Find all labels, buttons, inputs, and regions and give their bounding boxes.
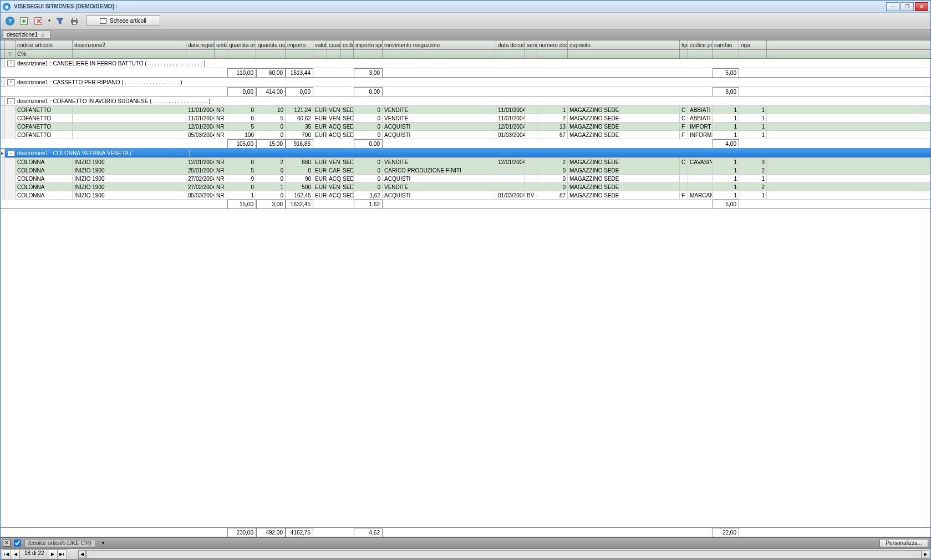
- cell-valut[interactable]: EUR: [313, 183, 327, 191]
- cell-deposito[interactable]: MAGAZZINO SEDE: [568, 191, 680, 200]
- cell-movimento_magazzino[interactable]: VENDITE: [383, 106, 496, 114]
- cell-importo[interactable]: 700: [286, 131, 313, 139]
- header-unita[interactable]: unità: [215, 40, 227, 49]
- cell-data_registra[interactable]: 05/03/2004: [186, 131, 215, 139]
- header-movimento_magazzino[interactable]: movimento magazzino: [383, 40, 496, 49]
- cell-movimento_magazzino[interactable]: CARICO PRODUZIONE FINITI: [383, 166, 496, 175]
- cell-quantita_usci[interactable]: 0: [256, 166, 286, 175]
- header-cambio[interactable]: cambio: [713, 40, 739, 49]
- cell-deposito[interactable]: MAGAZZINO SEDE: [568, 123, 680, 131]
- last-record-button[interactable]: ▶I: [58, 550, 67, 559]
- filter-tipo[interactable]: [680, 50, 688, 58]
- cell-codic[interactable]: SED: [341, 158, 354, 166]
- cell-riga[interactable]: 1: [739, 131, 767, 139]
- cell-codice_pro[interactable]: ABBIATI: [688, 114, 713, 123]
- cell-quantita_usci[interactable]: 2: [256, 158, 286, 166]
- group-chip-descrizione1[interactable]: descrizione1 △: [3, 30, 50, 39]
- cell-riga[interactable]: 1: [739, 114, 767, 123]
- cell-serie[interactable]: BV: [525, 191, 537, 200]
- cell-codice_pro[interactable]: CAVASIN: [688, 158, 713, 166]
- filter-data_docume[interactable]: [496, 50, 525, 58]
- cell-numero_docu[interactable]: 87: [537, 191, 568, 200]
- cell-riga[interactable]: 1: [739, 123, 767, 131]
- cell-codice_articolo[interactable]: COLONNA: [16, 183, 73, 191]
- cell-codice_articolo[interactable]: COLONNA: [16, 191, 73, 200]
- cell-data_docume[interactable]: 12/01/2004: [496, 158, 525, 166]
- cell-quantita_entr[interactable]: 100: [227, 131, 256, 139]
- filter-movimento_magazzino[interactable]: [383, 50, 496, 58]
- header-valut[interactable]: valut: [313, 40, 327, 49]
- group-row[interactable]: +descrizione1 : CANDELIERE IN FERRO BATT…: [1, 59, 930, 68]
- filter-unita[interactable]: [215, 50, 227, 58]
- cell-serie[interactable]: [525, 183, 537, 191]
- next-record-button[interactable]: ▶: [49, 550, 58, 559]
- cell-codice_pro[interactable]: [688, 183, 713, 191]
- cell-importo[interactable]: 60,62: [286, 114, 313, 123]
- minimize-button[interactable]: —: [886, 2, 899, 11]
- cell-data_docume[interactable]: 01/03/2004: [496, 191, 525, 200]
- filter-input-data_docume[interactable]: [498, 51, 523, 57]
- cell-quantita_usci[interactable]: 0: [256, 131, 286, 139]
- cell-descrizione2[interactable]: INIZIO 1900: [73, 166, 186, 175]
- filter-serie[interactable]: [525, 50, 537, 58]
- filter-cambio[interactable]: [713, 50, 739, 58]
- cell-codic[interactable]: SED: [341, 114, 354, 123]
- cell-quantita_usci[interactable]: 1: [256, 183, 286, 191]
- cell-cambio[interactable]: 1: [713, 175, 739, 183]
- cell-serie[interactable]: [525, 131, 537, 139]
- cell-unita[interactable]: NR: [215, 106, 227, 114]
- cell-importo_spes[interactable]: 0: [354, 166, 383, 175]
- cell-numero_docu[interactable]: 2: [537, 114, 568, 123]
- cell-data_docume[interactable]: [496, 183, 525, 191]
- cell-caus[interactable]: VEN: [327, 183, 341, 191]
- filter-input-descrizione2[interactable]: [74, 51, 184, 57]
- cell-codice_articolo[interactable]: COFANETTO: [16, 106, 73, 114]
- filter-input-deposito[interactable]: [569, 51, 678, 57]
- cell-importo[interactable]: 162,45: [286, 191, 313, 200]
- cell-deposito[interactable]: MAGAZZINO SEDE: [568, 175, 680, 183]
- data-row[interactable]: COLONNAINIZIO 190027/02/2004NR9090EURACQ…: [1, 175, 930, 183]
- cell-caus[interactable]: ACQ: [327, 131, 341, 139]
- cell-importo[interactable]: 35: [286, 123, 313, 131]
- header-quantita_usci[interactable]: quantita usci: [256, 40, 286, 49]
- filter-numero_docu[interactable]: [537, 50, 568, 58]
- cell-importo_spes[interactable]: 0: [354, 114, 383, 123]
- cell-unita[interactable]: NR: [215, 183, 227, 191]
- cell-descrizione2[interactable]: INIZIO 1900: [73, 183, 186, 191]
- cell-unita[interactable]: NR: [215, 191, 227, 200]
- cell-quantita_entr[interactable]: 5: [227, 166, 256, 175]
- filter-input-riga[interactable]: [741, 51, 765, 57]
- cell-serie[interactable]: [525, 175, 537, 183]
- cell-tipo[interactable]: [680, 183, 688, 191]
- cell-quantita_usci[interactable]: 0: [256, 191, 286, 200]
- cell-serie[interactable]: [525, 123, 537, 131]
- cell-numero_docu[interactable]: 13: [537, 123, 568, 131]
- cell-data_registra[interactable]: 25/01/2004: [186, 166, 215, 175]
- cell-numero_docu[interactable]: 2: [537, 158, 568, 166]
- filter-input-data_registra[interactable]: [188, 51, 212, 57]
- header-serie[interactable]: serie: [525, 40, 537, 49]
- cell-quantita_entr[interactable]: 0: [227, 183, 256, 191]
- cell-cambio[interactable]: 1: [713, 166, 739, 175]
- filter-deposito[interactable]: [568, 50, 680, 58]
- cell-tipo[interactable]: F: [680, 123, 688, 131]
- cell-serie[interactable]: [525, 158, 537, 166]
- cell-data_docume[interactable]: [496, 166, 525, 175]
- cell-serie[interactable]: [525, 114, 537, 123]
- header-descrizione2[interactable]: descrizione2: [73, 40, 186, 49]
- cell-importo_spes[interactable]: 0: [354, 158, 383, 166]
- cell-quantita_entr[interactable]: 1: [227, 191, 256, 200]
- header-numero_docu[interactable]: numero docu: [537, 40, 568, 49]
- cell-serie[interactable]: [525, 166, 537, 175]
- cell-riga[interactable]: 2: [739, 166, 767, 175]
- filter-codice_articolo[interactable]: [16, 50, 73, 58]
- header-importo[interactable]: importo: [286, 40, 313, 49]
- filter-input-quantita_usci[interactable]: [258, 51, 283, 57]
- cell-tipo[interactable]: [680, 175, 688, 183]
- cell-caus[interactable]: ACQ: [327, 175, 341, 183]
- data-row[interactable]: COLONNAINIZIO 190025/01/2004NR500EURCAFI…: [1, 166, 930, 175]
- cell-riga[interactable]: 3: [739, 158, 767, 166]
- cell-codic[interactable]: SED: [341, 183, 354, 191]
- group-by-bar[interactable]: descrizione1 △: [1, 29, 930, 40]
- header-importo_spes[interactable]: importo spes: [354, 40, 383, 49]
